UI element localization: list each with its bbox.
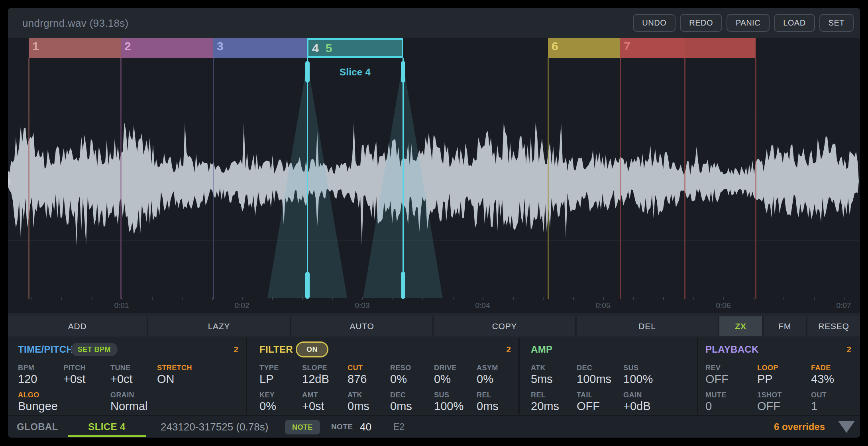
param-label-reso: RESO [390,364,411,372]
ruler-tick [242,297,243,300]
slice-handle-bottom[interactable] [401,272,405,299]
param-value-rel[interactable]: 0ms [477,400,499,413]
top-button-redo[interactable]: REDO [680,14,722,32]
selected-slice-boundary[interactable] [403,58,404,299]
param-value-gain[interactable]: +0dB [623,400,651,413]
ruler-tick [362,297,363,300]
param-value-algo[interactable]: Bungee [18,400,58,413]
slice-boundary-line[interactable] [213,58,214,299]
ruler-label: 0:07 [826,301,860,310]
ruler-tick [393,297,393,300]
param-value-cut[interactable]: 876 [348,373,367,386]
slice-range-label: 243120-317525 (0.78s) [161,416,268,438]
toolbar-button-add[interactable]: ADD [8,316,147,336]
set-bpm-button[interactable]: SET BPM [71,343,118,356]
param-value-key[interactable]: 0% [259,400,276,413]
slice-block-4[interactable]: 45 [307,38,403,58]
note-mode-badge[interactable]: NOTE [285,420,320,434]
slice-boundary-line[interactable] [620,58,621,299]
param-value-loop[interactable]: PP [757,373,773,386]
slice-boundary-line[interactable] [28,58,29,299]
slice-boundary-line[interactable] [120,58,122,299]
toolbar-button-copy[interactable]: COPY [434,316,575,336]
tab-slice-4[interactable]: SLICE 4 [68,416,146,438]
param-value-type[interactable]: LP [259,373,273,386]
top-button-set[interactable]: SET [819,14,854,32]
param-value-tail[interactable]: OFF [577,400,600,413]
slice-block-unlabeled[interactable] [685,38,756,58]
param-value-atk[interactable]: 0ms [348,400,369,413]
slice-handle-bottom[interactable] [305,272,310,299]
top-button-load[interactable]: LOAD [774,14,815,32]
ruler-tick [663,297,664,300]
ruler-label: 0:06 [705,301,741,310]
top-button-undo[interactable]: UNDO [633,14,676,32]
param-label-algo: ALGO [18,391,39,399]
param-value-stretch[interactable]: ON [157,373,175,386]
slice-block-3[interactable]: 3 [213,38,307,58]
param-value-amt[interactable]: +0st [302,400,324,413]
waveform-display[interactable]: Slice 4 1234567 0:010:020:030:040:050:06… [8,38,860,313]
param-value-asym[interactable]: 0% [477,373,493,386]
note-name-label: E2 [393,416,405,438]
filter-on-toggle[interactable]: ON [296,341,328,357]
param-label-pitch: PITCH [63,364,86,372]
slice-handle-top[interactable] [305,61,310,83]
param-label-atk: ATK [531,364,546,372]
param-label-out: OUT [811,391,827,399]
slice-block-1[interactable]: 1 [29,38,121,58]
collapse-arrow-icon[interactable] [838,421,855,433]
toolbar-button-lazy[interactable]: LAZY [148,316,290,336]
param-value-bpm[interactable]: 120 [18,373,37,386]
param-value-tune[interactable]: +0ct [110,373,133,386]
tab-global[interactable]: GLOBAL [17,416,58,438]
slice-block-6[interactable]: 6 [548,38,620,58]
panel-filter: FILTERON2TYPELPSLOPE12dBCUT876RESO0%DRIV… [247,337,520,414]
ruler-tick [31,297,32,300]
param-label-key: KEY [259,391,275,399]
slice-block-7[interactable]: 7 [620,38,685,58]
param-value-1shot[interactable]: OFF [757,400,780,413]
slice-number: 5 [326,41,332,55]
param-value-rev[interactable]: OFF [705,373,729,386]
param-value-dec[interactable]: 0ms [390,400,412,413]
param-value-fade[interactable]: 43% [811,373,834,386]
toolbar-button-reseq[interactable]: RESEQ [807,316,860,336]
param-value-sus[interactable]: 100% [623,373,653,386]
toolbar-button-del[interactable]: DEL [577,316,718,336]
note-value[interactable]: 40 [360,416,371,438]
top-button-panic[interactable]: PANIC [727,14,770,32]
params-section: TIME/PITCHSET BPM2BPM120PITCH+0stTUNE+0c… [8,337,860,414]
param-value-drive[interactable]: 0% [434,373,451,386]
param-label-tune: TUNE [110,364,131,372]
slice-handle-top[interactable] [401,61,405,83]
toolbar-button-zx[interactable]: ZX [719,316,762,336]
toolbar-button-fm[interactable]: FM [764,316,806,336]
param-value-slope[interactable]: 12dB [302,373,329,386]
slice-boundary-line[interactable] [755,58,756,299]
slice-block-2[interactable]: 2 [121,38,213,58]
slice-toolbar: ADDLAZYAUTOCOPYDELZXFMRESEQ [8,316,860,336]
param-value-rel[interactable]: 20ms [531,400,559,413]
param-value-sus[interactable]: 100% [434,400,463,413]
selected-slice-boundary[interactable] [307,58,308,299]
ruler-tick [723,297,724,300]
param-value-out[interactable]: 1 [811,400,817,413]
ruler-tick [543,297,544,300]
param-label-mute: MUTE [705,391,727,399]
toolbar-button-auto[interactable]: AUTO [291,316,432,336]
param-value-grain[interactable]: Normal [110,400,147,413]
ruler-tick [513,297,514,300]
playhead-marker[interactable] [8,178,10,185]
slice-boundary-line[interactable] [684,58,685,299]
param-value-dec[interactable]: 100ms [577,373,611,386]
param-label-atk: ATK [348,391,362,399]
param-value-mute[interactable]: 0 [705,400,712,413]
ruler-tick [633,297,634,300]
ruler-tick [122,297,122,300]
slice-boundary-line[interactable] [548,58,549,299]
param-value-atk[interactable]: 5ms [531,373,553,386]
param-value-pitch[interactable]: +0st [63,373,86,386]
param-value-reso[interactable]: 0% [390,373,407,386]
panel-title-amp: AMP [531,344,552,355]
